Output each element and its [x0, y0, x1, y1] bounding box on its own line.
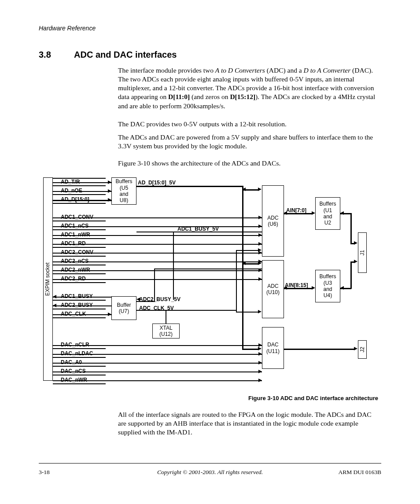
adc1-busy-5v-label: ADC1_BUSY_5V [177, 226, 219, 232]
buffers-u5u8-l4: U8) [120, 197, 128, 203]
signal-label: AD_D[15:0] [61, 196, 89, 202]
p1-g: (and zeros on [190, 93, 230, 100]
figure-caption: Figure 3-10 ADC and DAC interface archit… [248, 395, 378, 401]
buffers-u5u8-l3: and [119, 191, 128, 197]
xtal-l1: XTAL [159, 325, 172, 331]
signal-label: ADC2_nWR [61, 267, 90, 273]
signal-label: ADC2_CONV [61, 249, 93, 255]
buffers-u1u2-l4: U2 [324, 220, 331, 226]
paragraph-1: The interface module provides two A to D… [118, 66, 381, 110]
dac-u11-box: DAC (U11) [262, 327, 284, 369]
xtal-l2: (U12) [159, 331, 173, 337]
ad-d-5v-label: AD_D[15:0]_5V [138, 180, 176, 186]
p1-b: A to D Converters [215, 66, 265, 74]
buffers-u3u4-box: Buffers (U3 and U4) [315, 270, 340, 302]
section-number: 3.8 [39, 50, 51, 60]
buffers-u5u8-l2: (U5 [120, 185, 128, 191]
footer-rule [39, 463, 381, 464]
adc-u10-l2: (U10) [266, 289, 280, 295]
dac-u11-l2: (U11) [266, 348, 280, 354]
buffers-u3u4-l2: (U3 [324, 280, 332, 286]
buffer-u7-l1: Buffer [117, 302, 131, 308]
footer-docid: ARM DUI 0163B [338, 469, 381, 476]
buffers-u5u8-box: Buffers (U5 and U8) [111, 177, 136, 205]
signal-label: ADC1_nWR [61, 232, 90, 238]
signal-label: ADC1_nCS [61, 223, 88, 229]
p1-h: D[15:12] [230, 93, 255, 100]
dac-u11-l1: DAC [267, 342, 278, 348]
ain815-label: AIN[8:15] [285, 282, 308, 288]
paragraph-2: The DAC provides two 0-5V outputs with a… [118, 120, 381, 129]
buffers-u1u2-l3: and [323, 213, 332, 220]
signal-label: ADC1_CONV [61, 214, 93, 220]
adc-u6-l1: ADC [267, 215, 278, 221]
buffers-u1u2-l1: Buffers [320, 201, 336, 207]
adc-u10-box: ADC (U10) [262, 260, 284, 318]
expim-socket-box: EXPIM socket [43, 177, 53, 381]
paragraph-3: The ADCs and DAC are powered from a 5V s… [118, 133, 381, 151]
expim-socket-label: EXPIM socket [45, 262, 51, 295]
j2-label: J2 [359, 347, 365, 353]
buffers-u1u2-box: Buffers (U1 and U2 [315, 197, 340, 230]
signal-label: ADC2_RD [61, 276, 86, 282]
running-header: Hardware Reference [39, 25, 96, 32]
buffers-u3u4-l3: and [323, 286, 332, 292]
j1-box: J1 [358, 232, 367, 273]
buffers-u3u4-l4: U4) [324, 292, 332, 298]
signal-label: ADC_CLK [61, 311, 86, 317]
p1-d: D to A Converter [304, 66, 351, 74]
j1-label: J1 [359, 250, 365, 256]
signal-label: ADC2_nCS [61, 258, 88, 264]
signal-label: DAC_nWR [61, 377, 87, 383]
paragraph-4: Figure 3-10 shows the architecture of th… [118, 159, 381, 168]
buffers-u3u4-l1: Buffers [320, 273, 336, 280]
j2-box: J2 [358, 340, 367, 359]
signal-label: DAC_A0 [61, 359, 82, 365]
p1-c: (ADC) and a [265, 66, 304, 74]
signal-label: DAC_nCLR [61, 342, 89, 348]
signal-label: AD_nOE [61, 188, 82, 194]
adc-u10-l1: ADC [267, 283, 278, 289]
adc-u6-box: ADC (U6) [262, 185, 284, 257]
signal-label: DAC_nLDAC [61, 350, 93, 357]
signal-label: DAC_nCS [61, 368, 86, 374]
figure-diagram: EXPIM socket Buffers (U5 and U8) Buffer … [43, 175, 383, 386]
adc-u6-l2: (U6) [268, 221, 278, 227]
buffers-u5u8-l1: Buffers [116, 178, 133, 184]
p1-a: The interface module provides two [118, 66, 215, 74]
signal-label: AD_T/R [61, 179, 80, 185]
xtal-u12-box: XTAL (U12) [152, 324, 180, 338]
buffer-u7-box: Buffer (U7) [111, 296, 136, 320]
p1-f: D[11:0] [168, 93, 190, 100]
buffers-u1u2-l2: (U1 [324, 207, 332, 213]
paragraph-5: All of the interface signals are routed … [118, 410, 381, 437]
signal-label: ADC1_BUSY [61, 293, 93, 299]
signal-label: ADC1_RD [61, 240, 86, 246]
buffer-u7-l2: (U7) [119, 308, 129, 314]
ain70-label: AIN[7:0] [286, 207, 306, 213]
signal-label: ADC2_BUSY [61, 302, 93, 308]
section-title: ADC and DAC interfaces [74, 50, 177, 60]
